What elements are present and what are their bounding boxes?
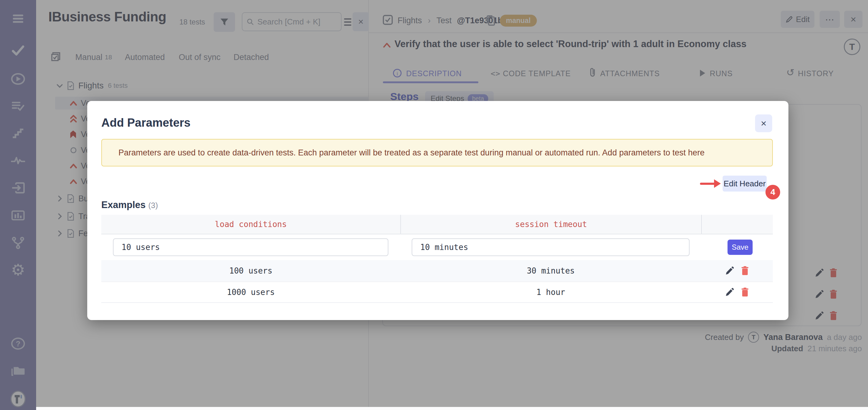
examples-heading: Examples (3): [101, 199, 158, 211]
cell-session-timeout: 30 minutes: [400, 266, 701, 275]
column-header: load conditions: [101, 215, 400, 234]
delete-trash-icon[interactable]: [741, 266, 749, 276]
modal-close-button[interactable]: ×: [755, 115, 772, 132]
parameters-table: load conditions session timeout Save 100…: [101, 215, 773, 303]
annotation-arrowhead: [714, 179, 721, 188]
banner-text: Parameters are used to create data-drive…: [119, 148, 705, 158]
column-header: session timeout: [400, 215, 701, 234]
table-row: 1000 users 1 hour: [101, 282, 773, 303]
annotation-arrow: [700, 183, 716, 185]
bottom-strip: [36, 407, 868, 410]
annotation-step-badge: 4: [766, 185, 780, 199]
save-button[interactable]: Save: [727, 240, 753, 255]
edit-header-button[interactable]: Edit Header: [723, 176, 767, 192]
cell-session-timeout: 1 hour: [400, 288, 701, 297]
info-banner: Parameters are used to create data-drive…: [101, 139, 773, 166]
param-input-session-timeout[interactable]: [412, 238, 689, 256]
edit-pencil-icon[interactable]: [725, 266, 734, 276]
cell-load-conditions: 100 users: [101, 266, 400, 275]
examples-count: (3): [148, 201, 158, 210]
modal-title: Add Parameters: [101, 116, 190, 129]
edit-row: Save: [101, 234, 773, 260]
add-parameters-modal: Add Parameters × Parameters are used to …: [87, 101, 788, 320]
edit-pencil-icon[interactable]: [725, 287, 734, 297]
app-screen: ⚙ ? IBusiness Funding 18 tests × Manual1…: [0, 0, 868, 410]
column-header-actions: [701, 215, 773, 234]
param-input-load-conditions[interactable]: [113, 238, 389, 256]
delete-trash-icon[interactable]: [741, 287, 749, 297]
cell-load-conditions: 1000 users: [101, 288, 400, 297]
table-row: 100 users 30 minutes: [101, 260, 773, 282]
table-header-row: load conditions session timeout: [101, 215, 773, 234]
